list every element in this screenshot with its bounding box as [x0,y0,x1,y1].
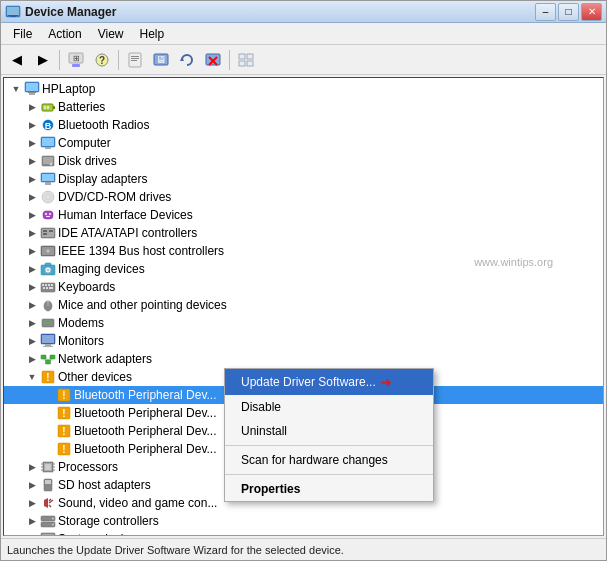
modems-label: Modems [58,316,104,330]
other-label: Other devices [58,370,132,384]
tree-item-system[interactable]: ▶ System devices [4,530,603,535]
svg-text:B: B [45,121,52,131]
expand-mice[interactable]: ▶ [24,297,40,313]
toolbar-back[interactable]: ◀ [5,48,29,72]
svg-rect-20 [247,54,253,59]
ctx-scan[interactable]: Scan for hardware changes [225,448,433,472]
tree-item-dvd[interactable]: ▶ DVD/CD-ROM drives [4,188,603,206]
expand-batteries[interactable]: ▶ [24,99,40,115]
tree-item-mice[interactable]: ▶ Mice and other pointing devices [4,296,603,314]
close-button[interactable]: ✕ [581,3,602,21]
toolbar-separator-1 [59,50,60,70]
tree-item-disk-drives[interactable]: ▶ Disk drives [4,152,603,170]
tree-item-hplaptop[interactable]: ▼ HPLaptop [4,80,603,98]
menu-action[interactable]: Action [40,25,89,43]
svg-point-44 [47,196,48,197]
menu-file[interactable]: File [5,25,40,43]
bt-radios-label: Bluetooth Radios [58,118,149,132]
expand-ide[interactable]: ▶ [24,225,40,241]
tree-item-ide[interactable]: ▶ IDE ATA/ATAPI controllers [4,224,603,242]
expand-storage[interactable]: ▶ [24,513,40,529]
svg-rect-81 [50,355,55,359]
svg-point-113 [52,524,54,526]
tree-item-storage[interactable]: ▶ Storage controllers [4,512,603,530]
expand-system[interactable]: ▶ [24,531,40,535]
disk-icon [40,153,56,169]
menu-view[interactable]: View [90,25,132,43]
ctx-disable-label: Disable [241,400,281,414]
expand-other[interactable]: ▼ [24,369,40,385]
network-icon [40,351,56,367]
computer-label: Computer [58,136,111,150]
svg-rect-34 [42,138,54,146]
tree-item-hid[interactable]: ▶ Human Interface Devices [4,206,603,224]
expand-sd[interactable]: ▶ [24,477,40,493]
tree-item-computer[interactable]: ▶ Computer [4,134,603,152]
ctx-properties[interactable]: Properties [225,477,433,501]
ctx-disable[interactable]: Disable [225,395,433,419]
tree-item-monitors[interactable]: ▶ Monitors [4,332,603,350]
minimize-button[interactable]: – [535,3,556,21]
expand-disk[interactable]: ▶ [24,153,40,169]
tree-item-keyboards[interactable]: ▶ Keyboards [4,278,603,296]
expand-dvd[interactable]: ▶ [24,189,40,205]
svg-rect-82 [46,360,51,364]
toolbar: ◀ ▶ ⊞ ? [1,45,606,75]
tree-item-network[interactable]: ▶ Network adapters [4,350,603,368]
batteries-label: Batteries [58,100,105,114]
toolbar-forward[interactable]: ▶ [31,48,55,72]
toolbar-uninstall[interactable] [201,48,225,72]
toolbar-extra[interactable] [234,48,258,72]
svg-rect-6 [72,64,80,67]
keyboards-label: Keyboards [58,280,115,294]
expand-network[interactable]: ▶ [24,351,40,367]
expand-modems[interactable]: ▶ [24,315,40,331]
tree-item-display[interactable]: ▶ Display adapters [4,170,603,188]
ctx-uninstall[interactable]: Uninstall [225,419,433,443]
window-icon [5,4,21,20]
imaging-label: Imaging devices [58,262,145,276]
svg-rect-30 [47,106,49,109]
svg-point-73 [44,322,46,324]
expand-imaging[interactable]: ▶ [24,261,40,277]
svg-point-74 [47,322,49,324]
tree-item-ieee[interactable]: ▶ IEEE 1394 Bus host controllers [4,242,603,260]
svg-marker-106 [44,498,48,508]
expand-processors[interactable]: ▶ [24,459,40,475]
status-bar: Launches the Update Driver Software Wiza… [1,538,606,560]
expand-display[interactable]: ▶ [24,171,40,187]
tree-item-batteries[interactable]: ▶ Batteries [4,98,603,116]
expand-monitors[interactable]: ▶ [24,333,40,349]
toolbar-scan[interactable]: 🖥 [149,48,173,72]
computer-icon [24,81,40,97]
expand-ieee[interactable]: ▶ [24,243,40,259]
svg-text:!: ! [62,444,65,455]
maximize-button[interactable]: □ [558,3,579,21]
bt-periph4-icon: ! [56,441,72,457]
expand-computer[interactable]: ▶ [24,135,40,151]
modems-icon [40,315,56,331]
svg-rect-40 [42,174,54,181]
expand-bt-periph1 [40,387,56,403]
system-label: System devices [58,532,142,535]
toolbar-up[interactable]: ⊞ [64,48,88,72]
tree-item-modems[interactable]: ▶ Modems [4,314,603,332]
toolbar-separator-2 [118,50,119,70]
expand-sound[interactable]: ▶ [24,495,40,511]
toolbar-properties[interactable] [123,48,147,72]
expand-bt-radios[interactable]: ▶ [24,117,40,133]
tree-item-bt-radios[interactable]: ▶ B Bluetooth Radios [4,116,603,134]
toolbar-refresh[interactable] [175,48,199,72]
expand-hplaptop[interactable]: ▼ [8,81,24,97]
tree-item-imaging[interactable]: ▶ Imaging devices [4,260,603,278]
toolbar-help[interactable]: ? [90,48,114,72]
svg-point-60 [47,269,50,272]
expand-keyboards[interactable]: ▶ [24,279,40,295]
ctx-update-driver[interactable]: Update Driver Software... ➜ [225,369,433,395]
svg-rect-28 [53,106,55,109]
expand-hid[interactable]: ▶ [24,207,40,223]
context-menu: Update Driver Software... ➜ Disable Unin… [224,368,434,502]
expand-bt-periph3 [40,423,56,439]
svg-rect-25 [28,92,36,93]
menu-help[interactable]: Help [132,25,173,43]
